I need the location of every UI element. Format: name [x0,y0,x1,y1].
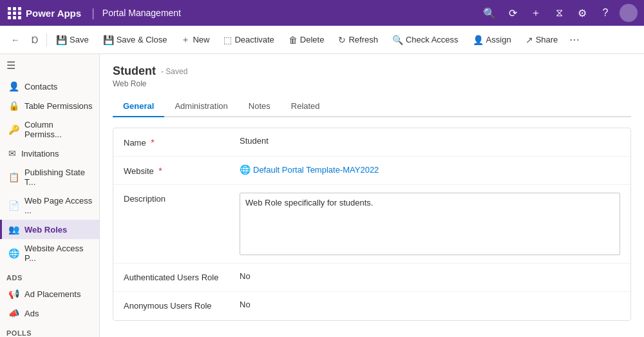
main-layout: ☰ 👤 Contacts 🔒 Table Permissions 🔑 Colum… [0,54,644,337]
column-permissions-icon: 🔑 [8,124,19,135]
check-access-button[interactable]: 🔍 Check Access [386,32,465,48]
form-row-auth-users: Authenticated Users Role No [113,264,630,292]
record-title: Student [113,64,156,78]
record-subtitle: Web Role [113,79,631,88]
auth-users-label: Authenticated Users Role [124,271,240,282]
record-header: Student - Saved Web Role [113,64,631,88]
save-close-icon: 💾 [103,35,114,45]
save-button[interactable]: 💾 Save [50,32,95,48]
anon-users-value[interactable]: No [240,300,620,309]
check-access-icon: 🔍 [392,35,403,45]
sidebar-item-ads[interactable]: 📣 Ads [0,303,99,323]
tab-administration[interactable]: Administration [164,96,238,117]
website-access-icon: 🌐 [8,248,19,258]
more-options-button[interactable]: ⋯ [565,31,583,49]
deactivate-button[interactable]: ⬚ Deactivate [217,32,280,48]
description-label: Description [124,193,240,204]
form-row-name: Name * Student [113,128,630,157]
search-icon[interactable]: 🔍 [480,4,498,22]
top-navigation-bar: Power Apps | Portal Management 🔍 ⟳ ＋ ⧖ ⚙… [0,0,644,26]
apps-grid-icon[interactable] [6,6,21,20]
sidebar: ☰ 👤 Contacts 🔒 Table Permissions 🔑 Colum… [0,54,100,337]
settings-icon[interactable]: ⚙ [573,4,591,22]
website-required-indicator: * [158,166,162,176]
name-value[interactable]: Student [240,136,620,146]
back-button[interactable]: ← [6,31,24,49]
deactivate-icon: ⬚ [223,35,232,45]
portal-name: Portal Management [102,8,181,18]
delete-icon: 🗑 [289,35,298,45]
share-button[interactable]: ↗ Share [519,32,565,48]
refresh-button[interactable]: ↻ Refresh [332,32,384,48]
delete-button[interactable]: 🗑 Delete [282,32,331,48]
refresh-icon: ↻ [338,35,346,45]
open-in-new-button[interactable]: Ɒ [26,31,44,49]
general-form-card: Name * Student Website * 🌐 Default Porta… [113,128,631,321]
tab-general[interactable]: General [113,96,164,117]
globe-icon: 🌐 [240,164,251,175]
assign-button[interactable]: 👤 Assign [466,32,518,48]
app-name: Power Apps [26,8,81,19]
cmd-divider-1 [46,34,47,46]
description-textarea[interactable] [245,197,614,249]
ad-placements-icon: 📢 [8,289,19,299]
add-icon[interactable]: ＋ [527,4,545,22]
filter-icon[interactable]: ⧖ [550,4,568,22]
sidebar-item-column-permissions[interactable]: 🔑 Column Permiss... [0,115,99,144]
sidebar-item-contacts[interactable]: 👤 Contacts [0,77,99,96]
ads-icon: 📣 [8,308,19,318]
name-required-indicator: * [151,137,154,148]
new-icon: ＋ [181,34,190,46]
web-roles-icon: 👥 [8,224,19,235]
ads-section-header: Ads [0,267,99,284]
sidebar-item-website-access[interactable]: 🌐 Website Access P... [0,239,99,267]
sidebar-collapse-button[interactable]: ☰ [0,54,99,77]
record-tabs: General Administration Notes Related [113,96,631,117]
assign-icon: 👤 [473,35,484,45]
table-permissions-icon: 🔒 [8,101,19,111]
sidebar-item-table-permissions[interactable]: 🔒 Table Permissions [0,96,99,115]
help-icon[interactable]: ? [596,4,614,22]
save-icon: 💾 [56,35,67,45]
sidebar-item-invitations[interactable]: ✉ Invitations [0,144,99,163]
contacts-icon: 👤 [8,81,19,91]
sidebar-item-web-roles[interactable]: 👥 Web Roles [0,220,99,239]
new-button[interactable]: ＋ New [175,31,216,49]
content-area: Student - Saved Web Role General Adminis… [100,54,644,337]
tab-related[interactable]: Related [281,96,330,117]
invitations-icon: ✉ [8,148,16,159]
command-bar: ← Ɒ 💾 Save 💾 Save & Close ＋ New ⬚ Deacti… [0,26,644,54]
auth-users-value[interactable]: No [240,271,620,281]
publishing-state-icon: 📋 [8,172,19,182]
anon-users-label: Anonymous Users Role [124,300,240,311]
name-label: Name * [124,136,240,148]
form-row-anon-users: Anonymous Users Role No [113,292,630,320]
sidebar-item-ad-placements[interactable]: 📢 Ad Placements [0,284,99,303]
sidebar-item-publishing-state[interactable]: 📋 Publishing State T... [0,163,99,191]
record-saved-badge: - Saved [161,67,187,76]
sidebar-item-web-page-access[interactable]: 📄 Web Page Access ... [0,191,99,220]
title-divider: | [91,6,95,20]
form-row-website: Website * 🌐 Default Portal Template-MAY2… [113,157,630,185]
record-title-row: Student - Saved [113,64,631,78]
website-value[interactable]: 🌐 Default Portal Template-MAY2022 [240,164,620,175]
share-icon: ↗ [526,35,533,45]
description-textarea-wrapper [240,193,620,255]
user-avatar[interactable] [620,4,638,22]
web-page-access-icon: 📄 [8,200,19,211]
tab-notes[interactable]: Notes [238,96,281,117]
form-row-description: Description [113,185,630,264]
website-label: Website * [124,164,240,176]
polls-section-header: Polls [0,323,99,337]
save-close-button[interactable]: 💾 Save & Close [97,32,174,48]
refresh-circle-icon[interactable]: ⟳ [504,4,522,22]
